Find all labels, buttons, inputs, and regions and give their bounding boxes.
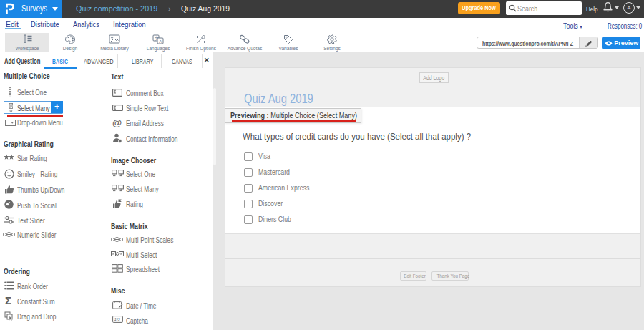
- svg-text:1²3: 1²3: [114, 317, 121, 321]
- svg-text:A: A: [159, 39, 162, 44]
